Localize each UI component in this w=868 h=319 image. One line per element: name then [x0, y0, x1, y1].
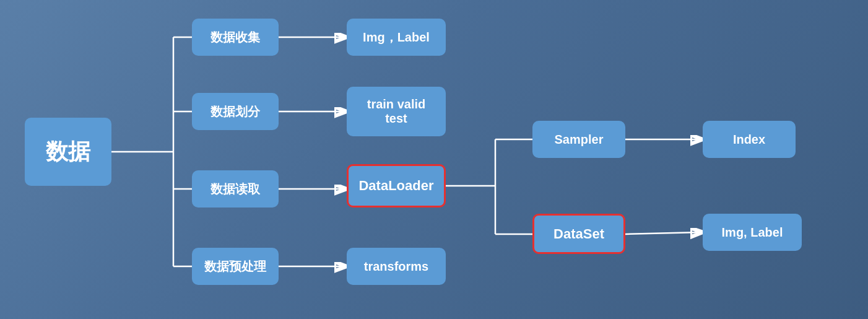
img-label2-text: Img, Label	[722, 225, 783, 240]
dataloader-node: DataLoader	[347, 164, 446, 208]
train-valid-node: train validtest	[347, 87, 446, 136]
img-label-text: Img，Label	[363, 29, 430, 46]
preprocess-node: 数据预处理	[192, 248, 279, 285]
split-node: 数据划分	[192, 93, 279, 130]
img-label-node: Img，Label	[347, 19, 446, 56]
transforms-node: transforms	[347, 248, 446, 285]
read-node: 数据读取	[192, 170, 279, 208]
collect-label: 数据收集	[210, 29, 260, 46]
diagram: 数据 数据收集 数据划分 数据读取 数据预处理 Img，Label train …	[0, 0, 868, 319]
dataset-label: DataSet	[553, 226, 604, 242]
dataset-node: DataSet	[532, 214, 625, 254]
sampler-label: Sampler	[555, 133, 604, 147]
read-label: 数据读取	[210, 181, 260, 198]
svg-line-15	[625, 232, 700, 234]
root-node: 数据	[25, 118, 111, 186]
collect-node: 数据收集	[192, 19, 279, 56]
root-label: 数据	[46, 137, 90, 167]
index-node: Index	[703, 121, 796, 158]
img-label2-node: Img, Label	[703, 214, 802, 251]
index-label: Index	[733, 133, 765, 147]
split-label: 数据划分	[210, 103, 260, 120]
dataloader-label: DataLoader	[358, 178, 433, 194]
transforms-label: transforms	[364, 260, 428, 274]
train-valid-text: train validtest	[367, 97, 425, 126]
preprocess-label: 数据预处理	[204, 258, 266, 275]
sampler-node: Sampler	[532, 121, 625, 158]
